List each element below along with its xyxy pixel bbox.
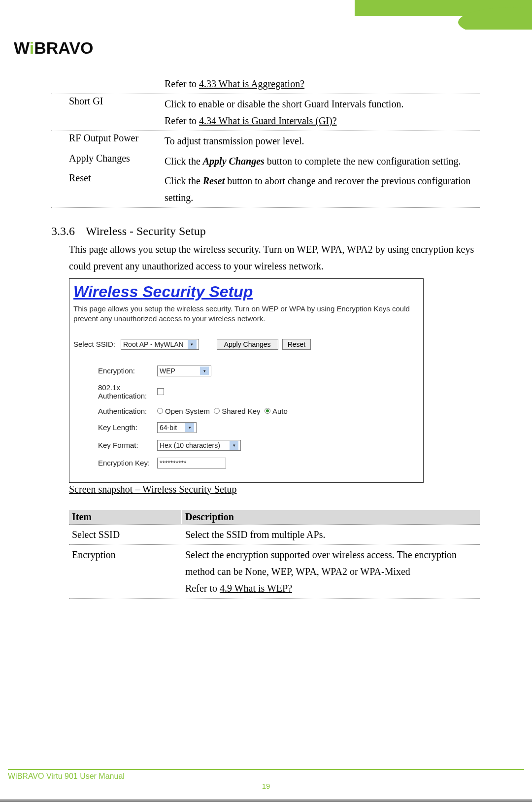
table-cell-text: button to complete the new configuration… (265, 156, 461, 167)
table-row: Select SSID Select the SSID from multipl… (69, 525, 480, 545)
brand-logo: WiBRAVO (14, 38, 94, 58)
select-ssid-dropdown[interactable]: Root AP - MyWLAN ▾ (121, 339, 199, 350)
page-footer: WiBRAVO Virtu 901 User Manual 19 (8, 769, 524, 790)
table-row: Apply Changes Click the Apply Changes bu… (51, 151, 480, 171)
auth-radio-open[interactable] (157, 408, 163, 414)
table-cell-item: RF Output Power (51, 133, 165, 149)
table-cell-text: Refer to (165, 78, 199, 89)
chevron-down-icon: ▾ (188, 340, 197, 349)
table-cell-text: Select the encryption supported over wir… (185, 546, 480, 580)
page-content: Refer to 4.33 What is Aggregation? Short… (51, 74, 480, 599)
section-title-text: Wireless - Security Setup (86, 225, 206, 238)
keylength-value: 64-bit (160, 424, 177, 432)
section-number: 3.3.6 (51, 225, 81, 238)
auth-radio-auto[interactable] (265, 408, 270, 414)
table-cell-text: Refer to (185, 583, 220, 594)
table-row: Short GI Click to enable or disable the … (51, 94, 480, 131)
table-cell-text: Refer to (165, 115, 199, 126)
keyformat-value: Hex (10 characters) (160, 441, 220, 449)
select-ssid-value: Root AP - MyWLAN (123, 340, 184, 348)
ss-row-8021x: 802.1x Authentication: (73, 383, 419, 400)
table-cell-text: To adjust transmission power level. (165, 133, 480, 149)
auth-option-label: Auto (272, 407, 288, 415)
ss-row-authentication: Authentication: Open System Shared Key A… (73, 407, 419, 415)
ss-row-encryptionkey: Encryption Key: (73, 458, 419, 468)
ss-label: Encryption: (73, 367, 157, 375)
table-cell-text: Select the SSID from multiple APs. (182, 526, 480, 543)
table-row: Encryption Select the encryption support… (69, 545, 480, 599)
ss-row-select-ssid: Select SSID: Root AP - MyWLAN ▾ Apply Ch… (73, 339, 419, 350)
ss-label: Encryption Key: (73, 459, 157, 467)
table-row: Reset Click the Reset button to abort ch… (51, 171, 480, 208)
table-cell-bold: Reset (203, 175, 225, 186)
encryption-value: WEP (160, 367, 175, 375)
footer-text: WiBRAVO Virtu 901 User Manual (8, 772, 524, 781)
ss-label: Select SSID: (73, 340, 121, 348)
table-header: Item Description (69, 510, 480, 525)
table-row: RF Output Power To adjust transmission p… (51, 131, 480, 151)
table-cell-text: Click to enable or disable the short Gua… (165, 96, 477, 112)
description-table: Item Description Select SSID Select the … (69, 510, 480, 599)
link-text: 4.34 What is Guard Intervals (GI)? (199, 115, 337, 126)
table-cell-text: Click the (165, 156, 203, 167)
ss-label: Authentication: (73, 407, 157, 415)
chevron-down-icon: ▾ (230, 441, 238, 450)
svg-point-0 (458, 7, 532, 30)
ss-label: 802.1x Authentication: (73, 383, 157, 400)
ss-row-encryption: Encryption: WEP ▾ (73, 366, 419, 376)
table-cell-bold: Apply Changes (203, 156, 265, 167)
keylength-dropdown[interactable]: 64-bit ▾ (157, 422, 197, 433)
table-cell-text: Click the (165, 175, 203, 186)
screenshot-subtext: This page allows you setup the wireless … (73, 304, 419, 324)
keyformat-dropdown[interactable]: Hex (10 characters) ▾ (157, 440, 241, 451)
link-text: 4.33 What is Aggregation? (199, 78, 304, 89)
screenshot-caption: Screen snapshot – Wireless Security Setu… (69, 484, 480, 495)
auth-radio-shared[interactable] (214, 408, 220, 414)
section-description: This page allows you setup the wireless … (51, 241, 480, 274)
section-heading: 3.3.6 Wireless - Security Setup (51, 225, 480, 238)
page-number: 19 (8, 782, 524, 790)
table-header-desc: Description (182, 510, 480, 524)
header-accent-blob (433, 0, 532, 30)
ss-label: Key Length: (73, 423, 157, 432)
screenshot-title: Wireless Security Setup (73, 283, 419, 301)
header-bar (0, 0, 532, 26)
ss-row-keyformat: Key Format: Hex (10 characters) ▾ (73, 440, 419, 451)
reset-button[interactable]: Reset (282, 339, 311, 350)
table-cell-item: Short GI (51, 96, 165, 129)
page-bottom-edge (0, 799, 532, 802)
table-cell-item: Encryption (69, 546, 182, 597)
chevron-down-icon: ▾ (200, 367, 209, 375)
chevron-down-icon: ▾ (185, 423, 194, 432)
encryption-key-input[interactable] (157, 458, 226, 468)
auth-option-label: Shared Key (222, 407, 260, 415)
apply-changes-button[interactable]: Apply Changes (217, 339, 278, 350)
table-header-item: Item (69, 510, 182, 524)
link-text: 4.9 What is WEP? (220, 583, 292, 594)
table-row: Refer to 4.33 What is Aggregation? (51, 74, 480, 94)
table-cell-item: Reset (51, 172, 165, 206)
8021x-checkbox[interactable] (157, 388, 164, 395)
auth-option-label: Open System (165, 407, 210, 415)
ss-label: Key Format: (73, 441, 157, 449)
encryption-dropdown[interactable]: WEP ▾ (157, 366, 211, 376)
ss-row-keylength: Key Length: 64-bit ▾ (73, 422, 419, 433)
embedded-screenshot: Wireless Security Setup This page allows… (69, 278, 424, 483)
table-cell-item: Select SSID (69, 526, 182, 543)
table-cell-item: Apply Changes (51, 153, 165, 169)
